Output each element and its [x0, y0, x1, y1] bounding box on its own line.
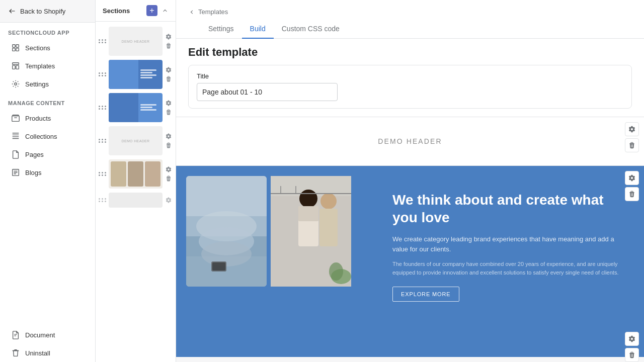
demo-header-controls: [625, 122, 639, 152]
section-thumbnail[interactable]: [109, 60, 163, 89]
drag-handle[interactable]: [99, 72, 107, 76]
blog-icon: [11, 168, 20, 177]
list-item: [96, 191, 176, 210]
hero-explore-button[interactable]: EXPLORE MORE: [392, 287, 459, 302]
drag-handle[interactable]: [99, 198, 107, 202]
section-actions: [165, 165, 173, 183]
sidebar-item-blogs[interactable]: Blogs: [3, 164, 92, 181]
section-settings-button[interactable]: [165, 99, 173, 107]
drag-handle[interactable]: [99, 172, 107, 176]
hero-settings-button[interactable]: [625, 171, 639, 185]
sidebar-item-settings[interactable]: Settings: [3, 75, 92, 93]
section-thumbnail[interactable]: [109, 93, 163, 122]
section-delete-button[interactable]: [165, 108, 173, 116]
trash-small-icon: [166, 43, 172, 49]
tabs: Settings Build Custom CSS code: [188, 20, 632, 38]
section-settings-button[interactable]: [165, 132, 173, 140]
gear-small-icon: [166, 100, 172, 106]
section-delete-button[interactable]: [165, 174, 173, 183]
sidebar-item-products[interactable]: Products: [3, 110, 92, 127]
tab-build[interactable]: Build: [242, 20, 274, 39]
demo-header-settings-button[interactable]: [625, 122, 639, 136]
sections-panel: Sections + DEMO HEADER: [96, 0, 176, 362]
section-delete-button[interactable]: [165, 75, 173, 83]
trash-small-icon: [166, 175, 172, 182]
svg-rect-8: [12, 116, 19, 122]
breadcrumb[interactable]: Templates: [188, 8, 632, 16]
drag-handle[interactable]: [99, 39, 107, 43]
svg-rect-6: [16, 65, 19, 69]
section-thumbnail[interactable]: DEMO HEADER: [109, 27, 163, 56]
sidebar-item-collections[interactable]: Collections: [3, 128, 92, 145]
thumb-header-text-2: DEMO HEADER: [122, 139, 150, 143]
gear-small-icon: [166, 133, 172, 139]
title-input[interactable]: [197, 83, 338, 101]
clothing-shop-image: [271, 176, 351, 287]
template-icon: [11, 61, 20, 70]
sidebar-item-uninstall[interactable]: Uninstall: [3, 344, 92, 361]
trash-icon: [628, 351, 635, 358]
sidebar: Back to Shopify SECTIONCLOUD APP Section…: [0, 0, 96, 362]
sidebar-item-document-label: Document: [25, 331, 55, 339]
svg-rect-22: [298, 206, 318, 221]
main-header: Templates Settings Build Custom CSS code: [176, 0, 644, 39]
sidebar-item-collections-label: Collections: [25, 133, 57, 140]
section-settings-button[interactable]: [165, 165, 173, 173]
hero-image-2: [271, 176, 351, 287]
bottom-section-delete-button[interactable]: [625, 348, 639, 362]
svg-point-20: [299, 190, 317, 208]
gear-small-icon: [166, 67, 172, 73]
demo-header-delete-button[interactable]: [625, 138, 639, 152]
tab-settings[interactable]: Settings: [200, 20, 242, 39]
bottom-section-settings-button[interactable]: [625, 332, 639, 346]
section-thumbnail[interactable]: [109, 159, 163, 189]
svg-rect-17: [212, 262, 225, 270]
sidebar-item-sections[interactable]: Sections: [3, 39, 92, 56]
section-thumbnail[interactable]: [109, 193, 163, 208]
fabric-image: [186, 176, 267, 287]
section-thumbnail[interactable]: DEMO HEADER: [109, 126, 163, 155]
svg-rect-0: [13, 45, 15, 47]
document-icon: [11, 330, 20, 339]
section-delete-button[interactable]: [165, 42, 173, 50]
section-settings-button[interactable]: [165, 66, 173, 74]
section-actions: [165, 132, 173, 149]
sidebar-item-products-label: Products: [25, 115, 51, 122]
trash-icon: [11, 348, 20, 357]
demo-header-text: DEMO HEADER: [378, 137, 442, 145]
section-actions: [165, 196, 173, 204]
section-settings-button[interactable]: [165, 33, 173, 41]
section-delete-button[interactable]: [165, 141, 173, 149]
hero-text: We think about and create what you love …: [387, 166, 644, 327]
hero-image-1: [186, 176, 267, 287]
tab-custom-css[interactable]: Custom CSS code: [274, 20, 348, 39]
sidebar-item-pages[interactable]: Pages: [3, 146, 92, 163]
hero-images: [176, 166, 387, 327]
svg-point-29: [329, 262, 343, 281]
sidebar-item-templates[interactable]: Templates: [3, 57, 92, 74]
collapse-panel-button[interactable]: [159, 5, 171, 16]
trash-small-icon: [166, 109, 172, 115]
demo-header-inner: DEMO HEADER: [176, 117, 644, 165]
sidebar-item-settings-label: Settings: [25, 80, 49, 88]
sections-panel-actions: +: [146, 5, 171, 16]
sidebar-item-templates-label: Templates: [25, 62, 55, 70]
svg-point-23: [320, 193, 337, 209]
add-section-button[interactable]: +: [146, 5, 157, 16]
hero-inner: We think about and create what you love …: [176, 166, 644, 327]
gear-icon: [11, 79, 20, 88]
svg-rect-4: [13, 63, 19, 65]
back-to-shopify-button[interactable]: Back to Shopify: [0, 0, 95, 23]
drag-handle[interactable]: [99, 139, 107, 143]
section-settings-button[interactable]: [165, 196, 173, 204]
trash-small-icon: [166, 142, 172, 148]
hero-delete-button[interactable]: [625, 187, 639, 201]
drag-handle[interactable]: [99, 106, 107, 110]
gear-small-icon: [166, 197, 172, 203]
sidebar-item-blogs-label: Blogs: [25, 169, 42, 176]
bottom-section-controls: [625, 332, 639, 362]
manage-section-label: MANAGE CONTENT: [0, 93, 95, 109]
sidebar-item-sections-label: Sections: [25, 44, 50, 52]
hero-small-text: The founders of our company have combine…: [392, 260, 629, 277]
sidebar-item-document[interactable]: Document: [3, 326, 92, 343]
